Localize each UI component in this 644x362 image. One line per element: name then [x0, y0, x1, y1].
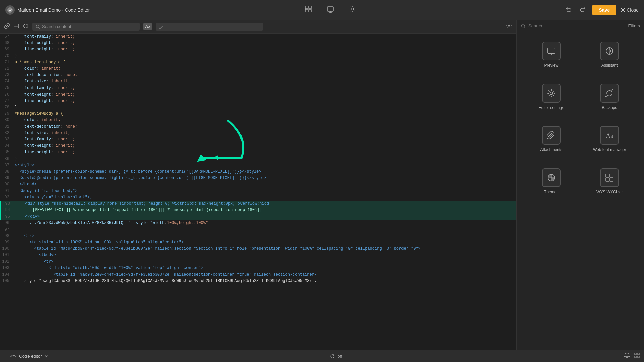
line-number: 79	[0, 111, 13, 117]
line-content: line-height: inherit;	[13, 46, 516, 53]
right-panel: Filters PreviewAssistantEditor settingsB…	[517, 20, 644, 362]
svg-rect-38	[606, 174, 609, 177]
line-content: font-weight: inherit;	[13, 143, 516, 149]
preview-label: Preview	[544, 63, 558, 68]
table-row: 88 <style>@media (prefers-color-scheme: …	[0, 169, 516, 175]
table-row: 98 <tr>	[0, 233, 516, 239]
table-row: 101 <tbody>	[0, 252, 516, 258]
table-row: 72 color: inherit;	[0, 66, 516, 72]
line-number: 96	[0, 220, 13, 226]
line-number: 94	[1, 207, 14, 214]
right-panel-item-wysiwygizer[interactable]: WYSIWYGizer	[581, 164, 639, 198]
table-row: 74 font-size: inherit;	[0, 78, 516, 85]
line-content: <tr>	[13, 259, 516, 265]
svg-point-12	[15, 25, 16, 26]
save-button[interactable]: Save	[592, 5, 617, 15]
line-content: }	[13, 53, 516, 59]
app-icon	[5, 5, 15, 15]
search-input[interactable]	[42, 24, 136, 29]
image-icon[interactable]	[13, 23, 19, 31]
replace-input[interactable]	[165, 24, 260, 29]
table-row: 91 <body id="maileon-body">	[0, 188, 516, 194]
table-row: 82 font-size: inherit;	[0, 130, 516, 136]
chevron-down-icon	[45, 355, 48, 358]
themes-icon	[542, 168, 561, 187]
notification-button[interactable]	[624, 352, 630, 360]
right-panel-item-assistant[interactable]: Assistant	[581, 38, 639, 72]
bottombar-center: off	[53, 354, 619, 359]
svg-rect-39	[610, 174, 613, 177]
line-number: 101	[0, 252, 13, 258]
table-row: 77 line-height: inherit;	[0, 98, 516, 104]
line-content: font-family: inherit;	[13, 34, 516, 40]
filters-button[interactable]: Filters	[622, 23, 640, 28]
hamburger-button[interactable]: ≡	[4, 353, 8, 360]
line-number: 91	[0, 188, 13, 194]
editor-panel: Az 67 font-family: inherit;68 font-weigh…	[0, 20, 517, 362]
line-number: 102	[0, 259, 13, 265]
editor-toolbar: Az	[0, 20, 516, 34]
table-row: 97	[0, 227, 516, 233]
right-search-input[interactable]	[528, 23, 620, 28]
editor-settings-icon[interactable]	[506, 23, 512, 31]
wysiwygizer-icon	[600, 168, 619, 187]
line-content: line-height: inherit;	[13, 98, 516, 104]
svg-rect-36	[549, 175, 551, 177]
table-row: 104 <table id="mac9452e0-d44f-11ed-9d7f-…	[0, 272, 516, 278]
apps-grid-button[interactable]	[634, 352, 640, 360]
search-box[interactable]	[32, 23, 140, 31]
right-panel-item-attachments[interactable]: Attachments	[522, 122, 581, 156]
svg-point-28	[609, 51, 610, 52]
svg-rect-40	[606, 178, 609, 181]
code-icon[interactable]	[23, 23, 29, 31]
search-icon	[36, 24, 40, 29]
line-number: 83	[0, 136, 13, 143]
replace-box[interactable]	[156, 23, 263, 31]
svg-point-8	[352, 8, 354, 10]
code-editor-icon: </>	[10, 354, 17, 359]
line-content: }	[13, 104, 516, 111]
right-panel-item-themes[interactable]: Themes	[522, 164, 581, 198]
editor-settings-label: Editor settings	[539, 105, 564, 110]
undo-button[interactable]	[563, 4, 574, 16]
svg-point-0	[7, 7, 13, 13]
table-row: 93 <div style="mso-hide:all; display:non…	[0, 201, 516, 207]
main-area: Az 67 font-family: inherit;68 font-weigh…	[0, 20, 644, 362]
table-row: 87</style>	[0, 162, 516, 169]
settings-button[interactable]	[347, 3, 358, 16]
svg-rect-42	[635, 353, 636, 355]
close-button[interactable]: Close	[621, 7, 639, 13]
table-row: 95 </div>	[0, 214, 516, 220]
table-row: 105 style="ewogICJsaw8Sr GO9ZZXJTdHJ2S6I…	[0, 278, 516, 284]
table-row: 85 line-height: inherit;	[0, 149, 516, 156]
line-content: <style>@media (prefers-color-scheme: dar…	[13, 169, 516, 175]
assistant-icon	[600, 42, 619, 60]
line-number: 80	[0, 117, 13, 123]
line-content: <tbody>	[13, 252, 516, 258]
table-row: 80 color: inherit;	[0, 117, 516, 123]
code-area[interactable]: 67 font-family: inherit;68 font-weight: …	[0, 34, 516, 362]
bottombar: ≡ </> Code editor off	[0, 350, 644, 362]
table-row: 75 font-family: inherit;	[0, 85, 516, 92]
preview-button[interactable]	[325, 3, 336, 16]
table-row: 92 <div style="display:block">;	[0, 194, 516, 201]
line-number: 73	[0, 72, 13, 78]
svg-rect-5	[327, 7, 333, 11]
line-number: 104	[0, 272, 13, 278]
table-row: 69 line-height: inherit;	[0, 46, 516, 53]
table-row: 94 [[PREVIEW-TEXT]][[% unescape_html (re…	[0, 207, 516, 214]
layout-grid-button[interactable]	[303, 3, 314, 16]
right-panel-item-preview[interactable]: Preview	[522, 38, 581, 72]
table-row: 90 </head>	[0, 181, 516, 188]
case-sensitive-toggle[interactable]: Az	[143, 23, 152, 30]
line-content: color: inherit;	[13, 117, 516, 123]
right-search-bar[interactable]: Filters	[517, 20, 644, 32]
table-row: 70}	[0, 53, 516, 59]
right-panel-item-editor-settings[interactable]: Editor settings	[522, 80, 581, 114]
line-number: 72	[0, 66, 13, 72]
right-panel-item-web-font-manager[interactable]: AaWeb font manager	[581, 122, 639, 156]
redo-button[interactable]	[578, 4, 588, 16]
link-icon[interactable]	[4, 23, 10, 31]
svg-point-33	[550, 92, 553, 95]
right-panel-item-backups[interactable]: Backups	[581, 80, 639, 114]
